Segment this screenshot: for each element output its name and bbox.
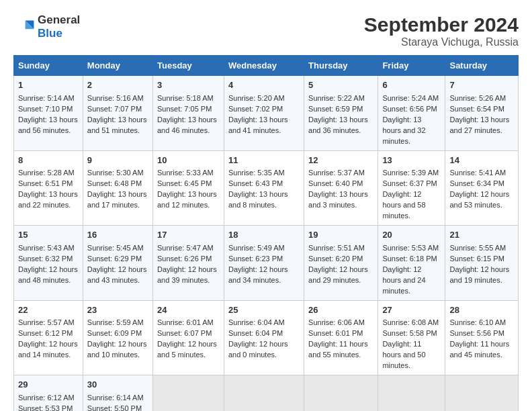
calendar-cell: 17Sunrise: 5:47 AMSunset: 6:26 PMDayligh… xyxy=(153,226,224,301)
sunrise-text: Sunrise: 5:28 AM xyxy=(18,169,75,177)
daylight-text: Daylight: 12 hours and 14 minutes. xyxy=(18,340,78,359)
sunrise-text: Sunrise: 5:18 AM xyxy=(157,94,214,102)
day-number: 12 xyxy=(308,154,373,167)
calendar-cell: 4Sunrise: 5:20 AMSunset: 7:02 PMDaylight… xyxy=(224,76,304,151)
daylight-text: Daylight: 12 hours and 5 minutes. xyxy=(157,340,217,359)
calendar-subtitle: Staraya Vichuga, Russia xyxy=(364,36,519,48)
sunset-text: Sunset: 6:59 PM xyxy=(308,105,363,113)
daylight-text: Daylight: 13 hours and 36 minutes. xyxy=(308,116,368,134)
daylight-text: Daylight: 13 hours and 12 minutes. xyxy=(157,190,217,209)
weekday-header: Wednesday xyxy=(224,56,304,76)
calendar-cell: 12Sunrise: 5:37 AMSunset: 6:40 PMDayligh… xyxy=(304,150,378,226)
daylight-text: Daylight: 12 hours and 24 minutes. xyxy=(382,265,425,295)
logo: General Blue xyxy=(13,13,80,40)
sunrise-text: Sunrise: 5:49 AM xyxy=(228,244,285,252)
sunset-text: Sunset: 6:40 PM xyxy=(308,179,363,187)
sunset-text: Sunset: 6:20 PM xyxy=(308,255,363,263)
logo-text: General Blue xyxy=(38,13,80,40)
day-number: 25 xyxy=(228,304,300,317)
calendar-cell: 15Sunrise: 5:43 AMSunset: 6:32 PMDayligh… xyxy=(14,226,83,301)
day-number: 28 xyxy=(449,304,514,317)
weekday-header: Thursday xyxy=(304,56,378,76)
calendar-cell: 23Sunrise: 5:59 AMSunset: 6:09 PMDayligh… xyxy=(83,300,152,375)
calendar-cell: 6Sunrise: 5:24 AMSunset: 6:56 PMDaylight… xyxy=(378,76,445,151)
sunrise-text: Sunrise: 6:08 AM xyxy=(382,318,439,326)
sunset-text: Sunset: 6:26 PM xyxy=(157,255,212,263)
sunrise-text: Sunrise: 6:12 AM xyxy=(18,394,75,402)
daylight-text: Daylight: 13 hours and 17 minutes. xyxy=(87,190,147,209)
calendar-cell: 5Sunrise: 5:22 AMSunset: 6:59 PMDaylight… xyxy=(304,76,378,151)
calendar-week-row: 1Sunrise: 5:14 AMSunset: 7:10 PMDaylight… xyxy=(14,76,519,151)
day-number: 20 xyxy=(382,229,441,242)
daylight-text: Daylight: 13 hours and 32 minutes. xyxy=(382,116,425,145)
sunset-text: Sunset: 6:01 PM xyxy=(308,329,363,337)
sunset-text: Sunset: 7:07 PM xyxy=(87,105,142,113)
daylight-text: Daylight: 12 hours and 48 minutes. xyxy=(18,265,78,284)
calendar-cell: 26Sunrise: 6:06 AMSunset: 6:01 PMDayligh… xyxy=(304,300,378,375)
daylight-text: Daylight: 13 hours and 27 minutes. xyxy=(449,116,509,134)
calendar-cell: 16Sunrise: 5:45 AMSunset: 6:29 PMDayligh… xyxy=(83,226,152,301)
calendar-cell: 1Sunrise: 5:14 AMSunset: 7:10 PMDaylight… xyxy=(14,76,83,151)
day-number: 22 xyxy=(18,304,79,317)
calendar-cell: 18Sunrise: 5:49 AMSunset: 6:23 PMDayligh… xyxy=(224,226,304,301)
calendar-cell xyxy=(445,375,519,411)
daylight-text: Daylight: 13 hours and 41 minutes. xyxy=(228,116,288,134)
day-number: 27 xyxy=(382,304,441,317)
calendar-week-row: 15Sunrise: 5:43 AMSunset: 6:32 PMDayligh… xyxy=(14,226,519,301)
daylight-text: Daylight: 13 hours and 3 minutes. xyxy=(308,190,368,209)
day-number: 2 xyxy=(87,79,148,92)
day-number: 1 xyxy=(18,79,79,92)
daylight-text: Daylight: 12 hours and 43 minutes. xyxy=(87,265,147,284)
day-number: 11 xyxy=(228,154,300,167)
calendar-cell: 27Sunrise: 6:08 AMSunset: 5:58 PMDayligh… xyxy=(378,300,445,375)
sunset-text: Sunset: 6:56 PM xyxy=(382,105,437,113)
calendar-cell: 9Sunrise: 5:30 AMSunset: 6:48 PMDaylight… xyxy=(83,150,152,226)
sunset-text: Sunset: 6:32 PM xyxy=(18,255,73,263)
daylight-text: Daylight: 12 hours and 0 minutes. xyxy=(228,340,288,359)
sunrise-text: Sunrise: 5:26 AM xyxy=(449,94,506,102)
sunrise-text: Sunrise: 6:14 AM xyxy=(87,394,144,402)
calendar-cell: 13Sunrise: 5:39 AMSunset: 6:37 PMDayligh… xyxy=(378,150,445,226)
daylight-text: Daylight: 11 hours and 50 minutes. xyxy=(382,340,425,369)
day-number: 15 xyxy=(18,229,79,242)
sunrise-text: Sunrise: 6:10 AM xyxy=(449,318,506,326)
day-number: 23 xyxy=(87,304,148,317)
sunrise-text: Sunrise: 5:30 AM xyxy=(87,169,144,177)
daylight-text: Daylight: 12 hours and 10 minutes. xyxy=(87,340,147,359)
sunrise-text: Sunrise: 5:41 AM xyxy=(449,169,506,177)
sunrise-text: Sunrise: 5:47 AM xyxy=(157,244,214,252)
sunset-text: Sunset: 6:37 PM xyxy=(382,179,437,187)
calendar-week-row: 29Sunrise: 6:12 AMSunset: 5:53 PMDayligh… xyxy=(14,375,519,411)
sunrise-text: Sunrise: 5:20 AM xyxy=(228,94,285,102)
daylight-text: Daylight: 13 hours and 8 minutes. xyxy=(228,190,288,209)
sunrise-text: Sunrise: 5:55 AM xyxy=(449,244,506,252)
weekday-header: Friday xyxy=(378,56,445,76)
calendar-cell: 20Sunrise: 5:53 AMSunset: 6:18 PMDayligh… xyxy=(378,226,445,301)
sunrise-text: Sunrise: 6:04 AM xyxy=(228,318,285,326)
day-number: 21 xyxy=(449,229,514,242)
day-number: 13 xyxy=(382,154,441,167)
daylight-text: Daylight: 11 hours and 55 minutes. xyxy=(308,340,368,359)
calendar-cell: 29Sunrise: 6:12 AMSunset: 5:53 PMDayligh… xyxy=(14,375,83,411)
sunset-text: Sunset: 5:56 PM xyxy=(449,329,504,337)
day-number: 29 xyxy=(18,379,79,392)
day-number: 17 xyxy=(157,229,220,242)
sunset-text: Sunset: 7:02 PM xyxy=(228,105,283,113)
title-block: September 2024 Staraya Vichuga, Russia xyxy=(364,13,519,48)
sunset-text: Sunset: 5:53 PM xyxy=(18,404,73,411)
calendar-cell: 3Sunrise: 5:18 AMSunset: 7:05 PMDaylight… xyxy=(153,76,224,151)
day-number: 19 xyxy=(308,229,373,242)
calendar-cell: 14Sunrise: 5:41 AMSunset: 6:34 PMDayligh… xyxy=(445,150,519,226)
calendar-cell: 8Sunrise: 5:28 AMSunset: 6:51 PMDaylight… xyxy=(14,150,83,226)
weekday-header: Tuesday xyxy=(153,56,224,76)
day-number: 5 xyxy=(308,79,373,92)
sunrise-text: Sunrise: 5:59 AM xyxy=(87,318,144,326)
daylight-text: Daylight: 13 hours and 46 minutes. xyxy=(157,116,217,134)
day-number: 26 xyxy=(308,304,373,317)
sunset-text: Sunset: 6:43 PM xyxy=(228,179,283,187)
sunset-text: Sunset: 6:48 PM xyxy=(87,179,142,187)
sunrise-text: Sunrise: 5:45 AM xyxy=(87,244,144,252)
sunrise-text: Sunrise: 5:35 AM xyxy=(228,169,285,177)
calendar-cell: 24Sunrise: 6:01 AMSunset: 6:07 PMDayligh… xyxy=(153,300,224,375)
sunrise-text: Sunrise: 5:22 AM xyxy=(308,94,365,102)
